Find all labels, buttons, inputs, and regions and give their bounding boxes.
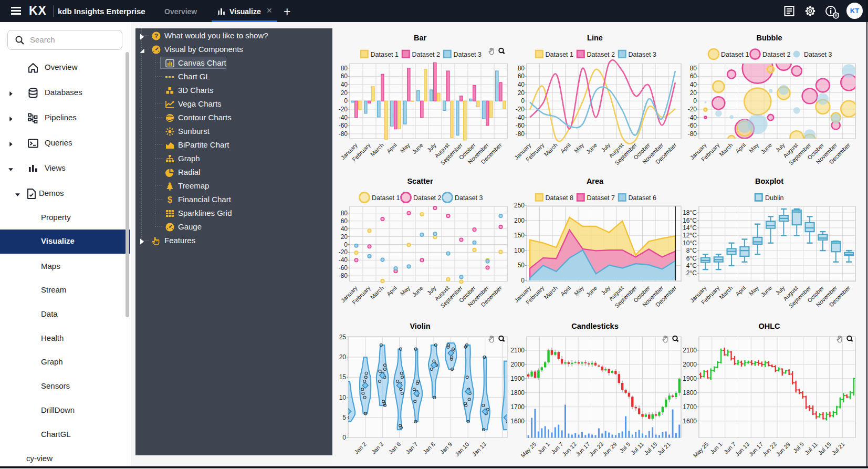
svg-text:40: 40 (341, 225, 348, 233)
svg-text:15: 15 (339, 373, 347, 381)
svg-text:Jul 21: Jul 21 (656, 441, 672, 456)
svg-text:-20: -20 (688, 106, 697, 113)
svg-text:-60: -60 (339, 122, 348, 129)
svg-text:June: June (585, 142, 598, 155)
svg-text:20: 20 (339, 353, 347, 361)
svg-text:80: 80 (690, 65, 697, 72)
svg-text:-80: -80 (339, 272, 348, 279)
svg-text:Dataset 2: Dataset 2 (762, 51, 791, 58)
svg-text:250: 250 (514, 202, 525, 209)
svg-text:40: 40 (690, 81, 697, 88)
svg-text:1900: 1900 (683, 375, 697, 382)
svg-text:Bubble: Bubble (756, 34, 782, 42)
svg-text:60: 60 (518, 72, 525, 80)
svg-text:March: March (718, 142, 734, 158)
svg-text:-20: -20 (339, 106, 348, 113)
svg-text:Dataset 2: Dataset 2 (413, 194, 442, 202)
svg-text:March: March (369, 142, 385, 158)
svg-text:-60: -60 (688, 122, 697, 129)
svg-text:Candlesticks: Candlesticks (571, 322, 618, 330)
svg-text:6°C: 6°C (686, 255, 697, 262)
svg-text:Dataset 1: Dataset 1 (721, 51, 749, 58)
svg-text:1800: 1800 (683, 389, 697, 397)
svg-text:Jun 29: Jun 29 (601, 441, 618, 457)
svg-text:June: June (411, 285, 424, 298)
svg-text:60: 60 (341, 217, 348, 225)
svg-text:Jun 17: Jun 17 (574, 441, 591, 457)
svg-text:Bar: Bar (414, 34, 427, 42)
svg-text:60: 60 (690, 72, 697, 80)
svg-text:25: 25 (339, 333, 347, 341)
svg-text:1600: 1600 (510, 418, 525, 425)
svg-text:0: 0 (521, 97, 525, 105)
svg-text:0: 0 (342, 434, 346, 441)
svg-text:April: April (385, 142, 398, 154)
svg-text:Jun 13: Jun 13 (561, 441, 578, 457)
svg-text:Jun 1: Jun 1 (536, 441, 551, 455)
svg-text:May: May (573, 142, 585, 154)
svg-text:1700: 1700 (510, 403, 525, 411)
svg-text:0: 0 (521, 277, 525, 284)
svg-text:-20: -20 (516, 106, 525, 113)
svg-text:0: 0 (344, 97, 348, 105)
svg-text:2000: 2000 (683, 361, 697, 368)
svg-text:Jan 2: Jan 2 (353, 441, 368, 455)
svg-text:Jul 5: Jul 5 (618, 441, 631, 454)
svg-text:Dataset 3: Dataset 3 (454, 51, 482, 58)
svg-text:-40: -40 (339, 114, 348, 121)
svg-text:2000: 2000 (510, 361, 525, 368)
svg-text:1700: 1700 (683, 403, 697, 411)
svg-text:Dataset 1: Dataset 1 (546, 51, 574, 58)
svg-text:60: 60 (341, 72, 348, 80)
svg-text:Jul 11: Jul 11 (803, 441, 819, 456)
svg-text:40: 40 (518, 81, 525, 88)
svg-text:20: 20 (341, 89, 348, 97)
svg-text:May 25: May 25 (692, 441, 710, 458)
svg-text:12°C: 12°C (683, 232, 697, 239)
svg-text:March: March (543, 285, 559, 300)
svg-text:Dataset 7: Dataset 7 (587, 194, 615, 202)
svg-text:May 25: May 25 (519, 441, 537, 458)
svg-text:2°C: 2°C (686, 269, 697, 277)
svg-text:April: April (734, 142, 747, 154)
svg-text:?: ? (154, 33, 158, 40)
svg-text:Jul 5: Jul 5 (792, 441, 805, 454)
svg-text:Jan 9: Jan 9 (438, 441, 453, 455)
svg-text:Dublin: Dublin (765, 194, 783, 202)
svg-text:20: 20 (518, 89, 525, 97)
svg-text:Jan 13: Jan 13 (470, 441, 487, 457)
svg-text:0: 0 (693, 97, 697, 105)
svg-text:20: 20 (690, 89, 697, 97)
svg-text:14°C: 14°C (683, 224, 697, 232)
svg-text:Boxplot: Boxplot (755, 177, 783, 185)
svg-text:Jun 23: Jun 23 (588, 441, 604, 457)
svg-text:0: 0 (344, 241, 348, 248)
svg-text:Dataset 3: Dataset 3 (629, 51, 657, 58)
svg-text:March: March (543, 142, 559, 158)
svg-text:10°C: 10°C (683, 239, 697, 247)
svg-text:Jan 10: Jan 10 (454, 441, 470, 457)
svg-text:June: June (760, 285, 773, 298)
svg-text:June: June (411, 142, 424, 155)
svg-text:Jul 15: Jul 15 (643, 441, 658, 456)
svg-text:Jun 29: Jun 29 (775, 441, 791, 457)
svg-text:1900: 1900 (510, 375, 525, 382)
svg-text:Dataset 2: Dataset 2 (412, 51, 441, 58)
svg-text:80: 80 (518, 65, 525, 72)
svg-text:-40: -40 (516, 114, 525, 121)
svg-text:Jun 17: Jun 17 (747, 441, 764, 457)
svg-text:June: June (585, 285, 598, 298)
svg-text:2100: 2100 (510, 347, 525, 354)
svg-text:Jun 13: Jun 13 (734, 441, 751, 457)
svg-text:-40: -40 (339, 256, 348, 264)
svg-text:Jul 21: Jul 21 (830, 441, 845, 456)
svg-text:40: 40 (341, 81, 348, 88)
svg-text:May: May (573, 285, 585, 297)
svg-text:-80: -80 (516, 130, 525, 138)
svg-text:Dataset 1: Dataset 1 (372, 194, 400, 202)
svg-text:-20: -20 (339, 248, 348, 256)
svg-text:-60: -60 (516, 122, 525, 129)
svg-text:March: March (718, 285, 734, 300)
svg-text:-40: -40 (688, 114, 697, 121)
svg-text:-60: -60 (339, 264, 348, 272)
